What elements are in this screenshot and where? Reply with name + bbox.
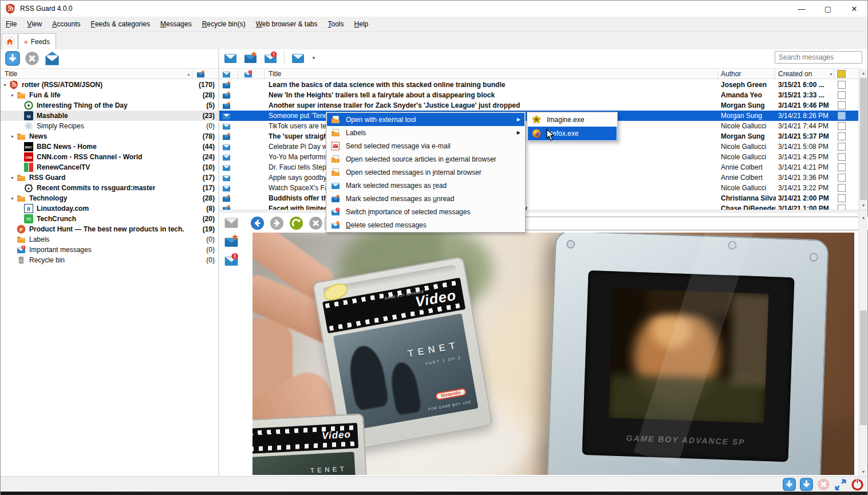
menu-accounts[interactable]: Accounts: [47, 17, 85, 31]
feed-tree-item[interactable]: Labels(0): [1, 234, 218, 245]
message-row[interactable]: Apple says goodbye to the original HomeP…: [219, 172, 858, 183]
feed-tree-item[interactable]: ltLinuxtoday.com(8): [1, 203, 218, 214]
scroll-down-icon[interactable]: ▼: [859, 201, 868, 210]
mark-important-button[interactable]: [263, 51, 278, 65]
label-checkbox[interactable]: [838, 174, 846, 182]
menu-messages[interactable]: Messages: [155, 17, 197, 31]
feed-tree-item[interactable]: Interesting Thing of the Day(5): [1, 100, 218, 111]
label-checkbox[interactable]: [838, 122, 846, 130]
menu-help[interactable]: Help: [349, 17, 374, 31]
label-checkbox[interactable]: [838, 153, 846, 161]
message-row[interactable]: Watch SpaceX's Falcon 9 rocket stick yet…: [219, 183, 858, 193]
label-checkbox[interactable]: [838, 81, 846, 89]
chevron-down-icon[interactable]: ▼: [10, 135, 17, 139]
message-row[interactable]: Yo-Yo Ma performs surprise concert at a …: [219, 152, 858, 162]
feed-tree-item[interactable]: PProduct Hunt — The best new products in…: [1, 224, 218, 234]
feed-tree-item[interactable]: Important messages(0): [1, 245, 218, 255]
feeds-list-header[interactable]: Title ▲: [1, 68, 218, 79]
feed-tree-item[interactable]: ▼Fun & life(28): [1, 90, 218, 100]
tab-home[interactable]: [2, 33, 18, 49]
messages-list-header[interactable]: Title Author Created on ▼: [219, 68, 858, 79]
context-menu-item[interactable]: Open with external tool▶: [327, 113, 524, 126]
feed-tree-item[interactable]: CNNCNN.com - RSS Channel - World(24): [1, 152, 218, 162]
mark-all-read-button[interactable]: [44, 51, 60, 66]
feed-tree-item[interactable]: ▼RSS Guard(17): [1, 172, 218, 183]
context-menu-item[interactable]: Open selected source articles in externa…: [327, 152, 524, 166]
menu-view[interactable]: View: [22, 17, 47, 31]
feed-tree-item[interactable]: Recycle bin(0): [1, 255, 218, 265]
label-checkbox[interactable]: [838, 101, 846, 109]
label-checkbox[interactable]: [838, 205, 846, 210]
menu-recycle-bin-s-[interactable]: Recycle bin(s): [197, 17, 251, 31]
quit-button[interactable]: [851, 478, 864, 491]
unread-count-column-icon[interactable]: [196, 70, 206, 78]
message-row[interactable]: Faced with limited options, disabled gam…: [219, 203, 858, 210]
feed-tree-item[interactable]: Recent Commits to rssguard:master(17): [1, 183, 218, 193]
mark-unread-button[interactable]: [243, 51, 258, 65]
context-menu-item[interactable]: Send selected message via e-mail: [327, 139, 524, 152]
label-checkbox[interactable]: [838, 91, 846, 99]
feeds-title-column-header[interactable]: Title: [5, 69, 17, 79]
label-checkbox[interactable]: [838, 194, 846, 202]
context-menu-item[interactable]: Labels▶: [327, 126, 524, 139]
feed-tree-item[interactable]: ▼Technology(28): [1, 193, 218, 203]
scrollbar-thumb[interactable]: [860, 311, 867, 425]
fullscreen-button[interactable]: [834, 478, 847, 491]
download-manager-button[interactable]: [783, 478, 796, 491]
menu-feeds-categories[interactable]: Feeds & categories: [86, 17, 155, 31]
context-menu-item[interactable]: Open selected messages in internal brows…: [327, 166, 524, 179]
context-menu-item[interactable]: Delete selected messages: [327, 218, 524, 231]
scroll-up-icon[interactable]: ▲: [859, 213, 868, 222]
message-row[interactable]: Dr. Fauci tells Stephen Colbert what it'…: [219, 162, 858, 172]
feed-tree-item[interactable]: ▼News(78): [1, 131, 218, 142]
stop-button[interactable]: [309, 216, 323, 230]
label-checkbox[interactable]: [838, 184, 846, 192]
read-column-icon[interactable]: [222, 70, 231, 78]
menu-file[interactable]: File: [1, 17, 22, 31]
submenu-item-firefox-exe[interactable]: firefox.exe: [528, 127, 617, 140]
toggle-unread-button[interactable]: [223, 234, 240, 249]
feed-tree-item[interactable]: TCTechCrunch(20): [1, 214, 218, 224]
context-menu-item[interactable]: Mark selected messages as read: [327, 179, 524, 192]
feed-tree-item[interactable]: RenewCancelTV(10): [1, 162, 218, 172]
feed-tree-item[interactable]: ▼rotter (RSS/ATOM/JSON)(170): [1, 80, 218, 90]
message-row[interactable]: Buddhists offer their thoughts on the ri…: [219, 193, 858, 203]
chevron-down-icon[interactable]: ▼: [10, 93, 17, 97]
chevron-down-icon[interactable]: ▼: [10, 176, 17, 180]
author-column-header[interactable]: Author: [721, 69, 741, 79]
preview-scrollbar[interactable]: ▲ ▼: [858, 213, 867, 476]
message-row[interactable]: Celebrate Pi Day with these deliciously …: [219, 142, 858, 152]
message-row[interactable]: New 'In the Heights' trailers tell a fai…: [219, 90, 858, 100]
minimize-button[interactable]: —: [788, 1, 815, 17]
scroll-down-icon[interactable]: ▼: [859, 467, 868, 476]
title-column-header[interactable]: Title: [269, 69, 281, 79]
menu-tools[interactable]: Tools: [323, 17, 349, 31]
close-button[interactable]: ✕: [841, 1, 867, 17]
update-all-button[interactable]: [800, 478, 813, 491]
forward-button[interactable]: [270, 216, 284, 230]
toggle-important-button[interactable]: [223, 253, 240, 268]
label-checkbox[interactable]: [838, 132, 846, 140]
scrollbar-thumb[interactable]: [860, 78, 867, 200]
chevron-down-icon[interactable]: ▼: [3, 83, 9, 87]
stop-update-button[interactable]: [25, 51, 40, 66]
menu-web-browser-tabs[interactable]: Web browser & tabs: [251, 17, 323, 31]
feed-tree-item[interactable]: BBCBBC News - Home(44): [1, 142, 218, 152]
mark-read-button[interactable]: [223, 51, 238, 65]
label-checkbox[interactable]: [838, 112, 846, 120]
submenu-item-imagine-exe[interactable]: Imagine.exe: [528, 113, 617, 127]
context-menu-item[interactable]: Switch importance of selected messages: [327, 205, 524, 218]
update-feeds-button[interactable]: [5, 51, 20, 66]
feed-tree-item[interactable]: MMashable(23): [1, 111, 218, 121]
message-list-scrollbar[interactable]: ▲ ▼: [858, 69, 867, 210]
chevron-down-icon[interactable]: ▼: [10, 197, 17, 201]
label-checkbox[interactable]: [838, 163, 846, 171]
refresh-button[interactable]: [289, 216, 303, 230]
message-row[interactable]: Another super intense trailer for Zack S…: [219, 100, 858, 111]
back-button[interactable]: [250, 216, 265, 230]
tab-feeds[interactable]: Feeds: [18, 33, 56, 50]
label-checkbox[interactable]: [838, 143, 846, 151]
message-menu-button[interactable]: [290, 51, 306, 65]
label-column-icon[interactable]: [837, 70, 846, 78]
search-input[interactable]: [775, 51, 862, 64]
